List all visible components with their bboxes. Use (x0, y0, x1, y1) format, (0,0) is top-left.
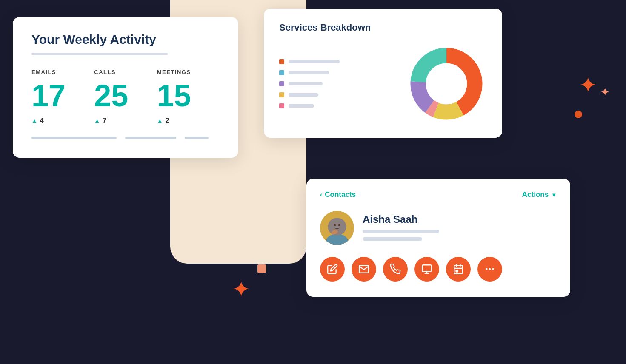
legend-dot-5 (279, 103, 284, 108)
circle-decoration-tr (575, 111, 582, 118)
legend-dot-3 (279, 81, 284, 86)
action-buttons-row (320, 257, 557, 282)
legend-item-4 (279, 92, 392, 97)
legend-bar-1 (289, 60, 340, 63)
contact-info: Aisha Saah (363, 211, 439, 241)
emails-trend-icon: ▲ (31, 117, 37, 124)
emails-stat: EMAILS 17 ▲ 4 (31, 69, 94, 125)
contact-info-line-1 (363, 230, 439, 233)
legend-item-2 (279, 70, 392, 75)
square-decoration-bc (257, 264, 266, 273)
svg-point-23 (492, 268, 494, 270)
svg-point-22 (489, 268, 491, 270)
legend-dot-4 (279, 92, 284, 97)
stats-row: EMAILS 17 ▲ 4 CALLS 25 ▲ 7 MEETINGS 15 ▲… (31, 69, 220, 125)
contacts-back-link[interactable]: ‹ Contacts (320, 191, 356, 199)
email-button[interactable] (352, 257, 376, 282)
legend-bar-3 (289, 82, 323, 85)
weekly-activity-card: Your Weekly Activity EMAILS 17 ▲ 4 CALLS… (13, 17, 238, 158)
calls-stat: CALLS 25 ▲ 7 (94, 69, 157, 125)
emails-label: EMAILS (31, 69, 94, 75)
svg-rect-16 (454, 265, 463, 274)
services-title: Services Breakdown (279, 22, 487, 33)
contact-info-line-2 (363, 237, 422, 241)
sparkline-emails (31, 136, 117, 139)
avatar-image (320, 211, 354, 245)
calls-trend-icon: ▲ (94, 117, 100, 124)
svg-point-5 (426, 64, 467, 104)
chevron-down-icon: ▼ (551, 192, 557, 198)
contacts-card: ‹ Contacts Actions ▼ (306, 179, 570, 297)
legend-dot-1 (279, 59, 284, 64)
donut-chart (406, 43, 487, 124)
legend-bar-2 (289, 71, 329, 74)
more-button[interactable] (477, 257, 502, 282)
legend-item-5 (279, 103, 392, 108)
calls-trend-value: 7 (103, 117, 106, 125)
edit-button[interactable] (320, 257, 345, 282)
emails-trend: ▲ 4 (31, 117, 94, 125)
actions-dropdown-button[interactable]: Actions ▼ (522, 191, 557, 199)
emails-value: 17 (31, 80, 94, 111)
contacts-back-label: Contacts (325, 191, 356, 199)
legend-dot-2 (279, 70, 284, 75)
calls-label: CALLS (94, 69, 157, 75)
calls-value: 25 (94, 80, 157, 111)
sparkle-icon-bc-large: ✦ (232, 276, 251, 302)
sparkline-calls (125, 136, 176, 139)
legend-bar-5 (289, 104, 314, 108)
meetings-stat: MEETINGS 15 ▲ 2 (157, 69, 220, 125)
screen-button[interactable] (414, 257, 439, 282)
avatar (320, 211, 354, 245)
legend-item-3 (279, 81, 392, 86)
contacts-header: ‹ Contacts Actions ▼ (320, 191, 557, 199)
contact-profile: Aisha Saah (320, 211, 557, 245)
meetings-value: 15 (157, 80, 220, 111)
svg-point-21 (486, 268, 487, 270)
meetings-label: MEETINGS (157, 69, 220, 75)
meetings-trend-icon: ▲ (157, 117, 163, 124)
contact-name: Aisha Saah (363, 213, 439, 225)
sparkle-icon-tr-large: ✦ (579, 72, 597, 98)
weekly-activity-title: Your Weekly Activity (31, 32, 220, 47)
sparkline-meetings (185, 136, 209, 139)
calls-trend: ▲ 7 (94, 117, 157, 125)
services-breakdown-card: Services Breakdown (264, 9, 502, 138)
legend-item-1 (279, 59, 392, 64)
services-content (279, 43, 487, 124)
actions-label: Actions (522, 191, 549, 199)
sparkline-row (31, 136, 220, 139)
title-underline (31, 53, 168, 55)
phone-button[interactable] (383, 257, 408, 282)
emails-trend-value: 4 (40, 117, 44, 125)
svg-rect-20 (456, 270, 458, 272)
svg-rect-13 (422, 265, 432, 271)
meetings-trend: ▲ 2 (157, 117, 220, 125)
svg-point-10 (334, 224, 336, 226)
chevron-left-icon: ‹ (320, 191, 322, 199)
calendar-button[interactable] (446, 257, 471, 282)
legend-bar-4 (289, 93, 318, 97)
services-legend (279, 59, 392, 108)
svg-point-11 (338, 224, 340, 226)
meetings-trend-value: 2 (166, 117, 169, 125)
sparkle-icon-tr-small: ✦ (600, 85, 610, 99)
